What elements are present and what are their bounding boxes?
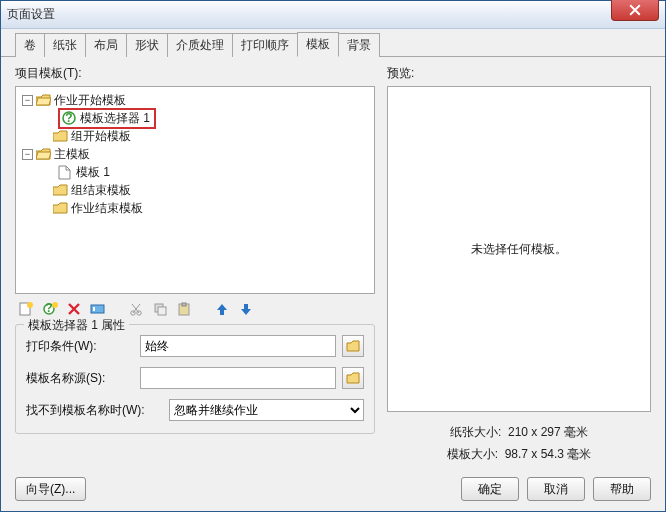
folder-icon xyxy=(346,339,360,353)
tree-node-template-1[interactable]: 模板 1 xyxy=(18,163,372,181)
name-source-browse[interactable] xyxy=(342,367,364,389)
svg-rect-7 xyxy=(91,305,104,313)
svg-rect-14 xyxy=(182,303,186,306)
cut-icon[interactable] xyxy=(127,300,145,318)
template-size-label: 模板大小: xyxy=(447,447,498,461)
copy-icon[interactable] xyxy=(151,300,169,318)
move-down-icon[interactable] xyxy=(237,300,255,318)
tab-paper[interactable]: 纸张 xyxy=(44,33,86,57)
tab-roll[interactable]: 卷 xyxy=(15,33,45,57)
close-button[interactable] xyxy=(611,0,659,21)
tab-template[interactable]: 模板 xyxy=(297,32,339,57)
tree-label: 项目模板(T): xyxy=(15,65,375,82)
size-info: 纸张大小: 210 x 297 毫米 模板大小: 98.7 x 54.3 毫米 xyxy=(387,422,651,465)
tab-media[interactable]: 介质处理 xyxy=(167,33,233,57)
close-icon xyxy=(629,4,641,16)
folder-icon xyxy=(346,371,360,385)
print-condition-label: 打印条件(W): xyxy=(26,338,134,355)
tab-background[interactable]: 背景 xyxy=(338,33,380,57)
titlebar: 页面设置 xyxy=(1,1,665,29)
page-icon xyxy=(58,165,73,180)
paper-size-value: 210 x 297 毫米 xyxy=(508,425,588,439)
collapse-icon[interactable]: − xyxy=(22,95,33,106)
svg-text:?: ? xyxy=(45,301,52,315)
folder-open-icon xyxy=(36,148,51,161)
properties-legend: 模板选择器 1 属性 xyxy=(24,317,129,334)
folder-icon xyxy=(53,184,68,197)
properties-group: 模板选择器 1 属性 打印条件(W): 模板名称源(S): 找不到模板名称时(W… xyxy=(15,324,375,434)
tree-node-group-start[interactable]: 组开始模板 xyxy=(18,127,372,145)
tree-node-job-end[interactable]: 作业结束模板 xyxy=(18,199,372,217)
footer: 向导(Z)... 确定 取消 帮助 xyxy=(15,477,651,501)
notfound-combo[interactable]: 忽略并继续作业 xyxy=(169,399,364,421)
help-button[interactable]: 帮助 xyxy=(593,477,651,501)
tab-shape[interactable]: 形状 xyxy=(126,33,168,57)
template-size-value: 98.7 x 54.3 毫米 xyxy=(505,447,592,461)
print-condition-browse[interactable] xyxy=(342,335,364,357)
print-condition-input[interactable] xyxy=(140,335,336,357)
collapse-icon[interactable]: − xyxy=(22,149,33,160)
selected-highlight: ? 模板选择器 1 xyxy=(58,108,156,129)
window-title: 页面设置 xyxy=(7,6,55,23)
notfound-label: 找不到模板名称时(W): xyxy=(26,402,163,419)
ok-button[interactable]: 确定 xyxy=(461,477,519,501)
tree-node-job-start[interactable]: − 作业开始模板 xyxy=(18,91,372,109)
svg-point-3 xyxy=(27,302,33,308)
name-source-input[interactable] xyxy=(140,367,336,389)
tree-node-group-end[interactable]: 组结束模板 xyxy=(18,181,372,199)
svg-rect-12 xyxy=(158,307,166,315)
folder-icon xyxy=(53,130,68,143)
new-selector-icon[interactable]: ? xyxy=(41,300,59,318)
rename-icon[interactable] xyxy=(89,300,107,318)
preview-area: 未选择任何模板。 xyxy=(387,86,651,412)
paste-icon[interactable] xyxy=(175,300,193,318)
delete-icon[interactable] xyxy=(65,300,83,318)
name-source-label: 模板名称源(S): xyxy=(26,370,134,387)
paper-size-label: 纸张大小: xyxy=(450,425,501,439)
preview-label: 预览: xyxy=(387,65,651,82)
wizard-button[interactable]: 向导(Z)... xyxy=(15,477,86,501)
template-tree[interactable]: − 作业开始模板 ? 模板选择器 1 组开始模板 − xyxy=(15,86,375,294)
cancel-button[interactable]: 取消 xyxy=(527,477,585,501)
folder-open-icon xyxy=(36,94,51,107)
svg-rect-8 xyxy=(93,307,95,311)
new-template-icon[interactable] xyxy=(17,300,35,318)
preview-placeholder: 未选择任何模板。 xyxy=(471,241,567,258)
tab-printorder[interactable]: 打印顺序 xyxy=(232,33,298,57)
tab-layout[interactable]: 布局 xyxy=(85,33,127,57)
svg-point-6 xyxy=(52,302,58,308)
page-setup-window: 页面设置 卷 纸张 布局 形状 介质处理 打印顺序 模板 背景 项目模板(T):… xyxy=(0,0,666,512)
folder-icon xyxy=(53,202,68,215)
content-area: 项目模板(T): − 作业开始模板 ? 模板选择器 1 组开始模板 xyxy=(1,57,665,473)
move-up-icon[interactable] xyxy=(213,300,231,318)
tabstrip: 卷 纸张 布局 形状 介质处理 打印顺序 模板 背景 xyxy=(1,29,665,57)
tree-node-selector-1[interactable]: ? 模板选择器 1 xyxy=(18,109,372,127)
question-icon: ? xyxy=(62,111,77,126)
svg-text:?: ? xyxy=(65,111,72,125)
left-column: 项目模板(T): − 作业开始模板 ? 模板选择器 1 组开始模板 xyxy=(15,65,375,465)
right-column: 预览: 未选择任何模板。 纸张大小: 210 x 297 毫米 模板大小: 98… xyxy=(387,65,651,465)
tree-node-main[interactable]: − 主模板 xyxy=(18,145,372,163)
